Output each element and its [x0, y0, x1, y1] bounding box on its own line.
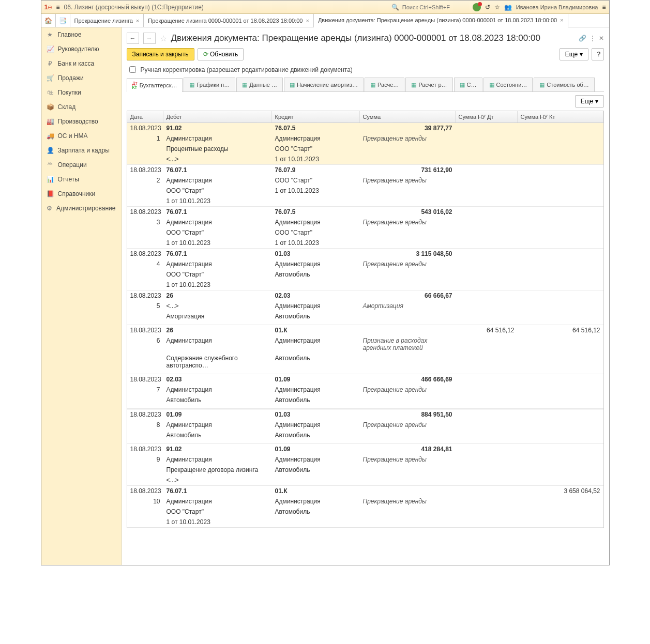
sidebar-item[interactable]: 🏭Производство [41, 114, 121, 129]
register-tab[interactable]: ▦Расчет р… [405, 78, 452, 91]
home-tab[interactable]: 🏠 [41, 14, 56, 27]
cell-date: 18.08.2023 [127, 207, 163, 217]
cell-credit-account: 01.03 [272, 409, 360, 420]
users-icon[interactable]: 👥 [504, 4, 512, 11]
link-icon[interactable]: 🔗 [579, 35, 586, 42]
register-tab[interactable]: ДтКтБухгалтерск… [127, 78, 183, 92]
app-logo: 1℮ [44, 3, 52, 11]
sidebar-item[interactable]: ★Главное [41, 27, 121, 42]
cell-nudt [456, 290, 518, 301]
nav-back-button[interactable]: ← [127, 33, 139, 44]
cell-debit-sub: 1 от 10.01.2023 [163, 517, 272, 527]
star-icon[interactable]: ☆ [160, 34, 167, 43]
help-button[interactable]: ? [592, 48, 604, 60]
manual-correction-checkbox[interactable] [129, 66, 136, 73]
search-input[interactable] [401, 4, 463, 11]
more-button[interactable]: Еще ▾ [560, 48, 588, 60]
sidebar-item[interactable]: 📈Руководителю [41, 42, 121, 56]
cell-number: 9 [127, 454, 163, 465]
cell-date: 18.08.2023 [127, 486, 163, 496]
sidebar-item[interactable]: 🛒Продажи [41, 71, 121, 85]
posting-entry[interactable]: 18.08.202301.0901.03884 951,508Администр… [127, 409, 603, 444]
cell-date: 18.08.2023 [127, 123, 163, 133]
sidebar-item[interactable]: ₽Банк и касса [41, 56, 121, 71]
register-tab[interactable]: ▦Данные … [236, 78, 283, 91]
global-search[interactable]: 🔍 [391, 4, 463, 11]
sidebar-item[interactable]: 📦Склад [41, 100, 121, 114]
nav-tab[interactable]: 📑 [56, 14, 70, 27]
sidebar-item[interactable]: ⚙Администрирование [41, 201, 121, 216]
posting-entry[interactable]: 18.08.202376.07.101.033 115 048,504Админ… [127, 249, 603, 290]
col-date[interactable]: Дата [127, 111, 163, 122]
cell-number: 3 [127, 217, 163, 227]
favorite-icon[interactable]: ☆ [494, 4, 500, 11]
col-credit[interactable]: Кредит [272, 111, 360, 122]
close-icon[interactable]: × [306, 18, 309, 24]
cell-credit-sub [272, 280, 360, 290]
close-icon[interactable]: × [560, 17, 563, 23]
menu-icon[interactable]: ≡ [56, 4, 60, 11]
posting-entry[interactable]: 18.08.20232602.0366 666,675<...>Админист… [127, 290, 603, 325]
sidebar-item[interactable]: ᴬᵏОперации [41, 158, 121, 172]
grid-more-button[interactable]: Еще ▾ [575, 95, 604, 108]
posting-entry[interactable]: 18.08.202376.07.101.К3 658 064,5210Админ… [127, 486, 603, 528]
postings-grid: Дата Дебет Кредит Сумма Сумма НУ Дт Сумм… [127, 111, 604, 528]
document-tab[interactable]: Прекращение лизинга× [70, 14, 144, 27]
col-sum[interactable]: Сумма [360, 111, 456, 122]
col-nukt[interactable]: Сумма НУ Кт [518, 111, 603, 122]
settings-icon[interactable]: ≡ [602, 4, 606, 11]
refresh-button[interactable]: ⟳ Обновить [198, 48, 244, 60]
sidebar-label: Операции [58, 161, 87, 168]
tab-label: Данные … [249, 82, 277, 88]
register-tab[interactable]: ▦С… [454, 78, 482, 91]
sidebar-label: Главное [58, 31, 82, 38]
cell-debit-account: 76.07.1 [163, 486, 272, 496]
register-tab[interactable]: ▦Расче… [365, 78, 404, 91]
document-tab[interactable]: Прекращение лизинга 0000-000001 от 18.08… [144, 14, 314, 27]
sidebar-item[interactable]: 📕Справочники [41, 187, 121, 201]
document-tab[interactable]: Движения документа: Прекращение аренды (… [314, 14, 568, 27]
register-tab[interactable]: ▦Стоимость об… [534, 78, 595, 91]
cell-credit-sub: Администрация [272, 217, 360, 227]
sidebar-item[interactable]: 📊Отчеты [41, 172, 121, 187]
history-icon[interactable]: ↺ [485, 4, 490, 11]
cell-debit-sub: Процентные расходы [163, 144, 272, 154]
cell-credit-sub: Администрация [272, 385, 360, 395]
register-tab[interactable]: ▦Состояни… [483, 78, 533, 91]
grid-icon: ▦ [411, 82, 416, 88]
current-user[interactable]: Иванова Ирина Владимировна [516, 4, 598, 10]
cell-date: 18.08.2023 [127, 409, 163, 420]
close-icon[interactable]: × [136, 18, 139, 24]
kebab-icon[interactable]: ⋮ [589, 35, 596, 42]
notifications-icon[interactable] [473, 3, 481, 11]
posting-entry[interactable]: 18.08.202391.0276.07.539 877,771Админист… [127, 123, 603, 165]
cell-debit-sub: <...> [163, 301, 272, 311]
close-icon[interactable]: ✕ [599, 35, 604, 42]
dtkt-icon: ДтКт [132, 81, 138, 89]
cell-credit-sub: Автомобиль [272, 311, 360, 321]
sidebar-item[interactable]: 👤Зарплата и кадры [41, 143, 121, 158]
posting-entry[interactable]: 18.08.202376.07.176.07.5543 016,023Админ… [127, 207, 603, 249]
posting-entry[interactable]: 18.08.20232601.К64 516,1264 516,126Админ… [127, 325, 603, 374]
col-debit[interactable]: Дебет [163, 111, 272, 122]
cell-description: Прекращение аренды [360, 496, 456, 507]
cell-nudt [456, 165, 518, 175]
cell-debit-sub: 1 от 10.01.2023 [163, 196, 272, 206]
sidebar-item[interactable]: 🚚ОС и НМА [41, 129, 121, 143]
page-title: Движения документа: Прекращение аренды (… [171, 33, 540, 43]
posting-entry[interactable]: 18.08.202302.0301.09466 666,697Администр… [127, 374, 603, 409]
cell-credit-account: 02.03 [272, 290, 360, 301]
sidebar-item[interactable]: 🛍Покупки [41, 85, 121, 100]
col-nudt[interactable]: Сумма НУ Дт [456, 111, 518, 122]
cell-credit-account: 76.07.5 [272, 207, 360, 217]
register-tab[interactable]: ▦Графики п… [184, 78, 235, 91]
cell-debit-sub: ООО "Старт" [163, 269, 272, 280]
register-tab[interactable]: ▦Начисление амортиз… [284, 78, 364, 91]
cell-credit-sub: 1 от 10.01.2023 [272, 154, 360, 164]
posting-entry[interactable]: 18.08.202376.07.176.07.9731 612,902Админ… [127, 165, 603, 207]
cell-nukt [518, 444, 603, 454]
nav-forward-button[interactable]: → [143, 33, 156, 44]
save-close-button[interactable]: Записать и закрыть [127, 48, 194, 60]
tab-label: Расчет р… [418, 82, 447, 88]
posting-entry[interactable]: 18.08.202391.0201.09418 284,819Администр… [127, 444, 603, 486]
